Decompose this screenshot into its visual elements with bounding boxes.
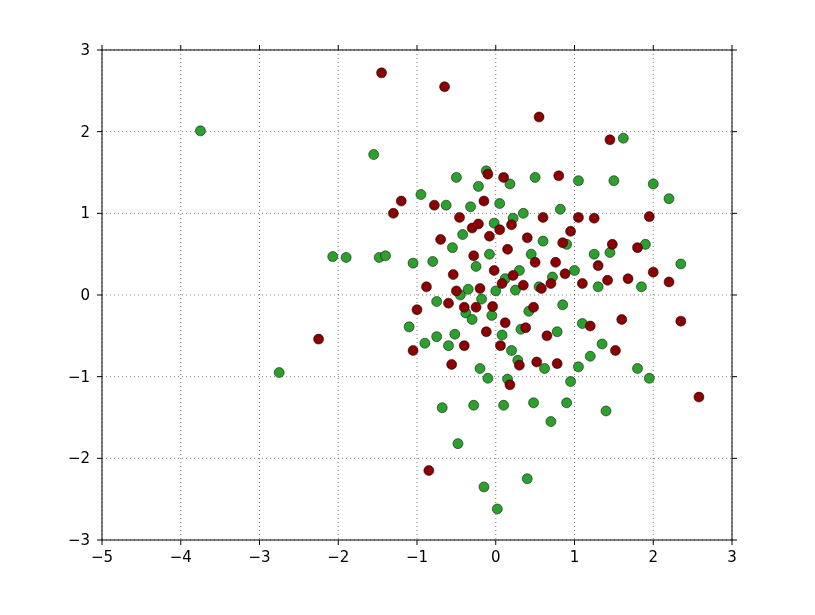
- data-point: [421, 282, 431, 292]
- data-point: [455, 212, 465, 222]
- data-point: [558, 300, 568, 310]
- data-point: [429, 200, 439, 210]
- x-tick-label: −5: [91, 548, 113, 566]
- data-point: [532, 357, 542, 367]
- data-point: [530, 257, 540, 267]
- data-point: [484, 231, 494, 241]
- y-tick-label: −3: [68, 531, 90, 549]
- data-point: [441, 200, 451, 210]
- x-tick-label: 0: [491, 548, 501, 566]
- y-tick-label: −1: [68, 368, 90, 386]
- data-point: [562, 398, 572, 408]
- data-point: [479, 482, 489, 492]
- data-point: [605, 135, 615, 145]
- data-point: [469, 251, 479, 261]
- data-point: [633, 243, 643, 253]
- data-point: [610, 346, 620, 356]
- data-point: [432, 332, 442, 342]
- data-point: [424, 466, 434, 476]
- data-point: [448, 270, 458, 280]
- data-point: [577, 279, 587, 289]
- data-point: [447, 359, 457, 369]
- x-tick-label: −2: [327, 548, 349, 566]
- data-point: [546, 279, 556, 289]
- data-point: [412, 305, 422, 315]
- data-point: [453, 439, 463, 449]
- data-point: [618, 133, 628, 143]
- data-point: [636, 282, 646, 292]
- y-tick-label: 0: [80, 286, 90, 304]
- data-point: [507, 220, 517, 230]
- y-tick-label: 1: [80, 204, 90, 222]
- data-point: [676, 316, 686, 326]
- x-tick-label: −1: [406, 548, 428, 566]
- data-point: [420, 338, 430, 348]
- data-point: [437, 403, 447, 413]
- data-point: [648, 267, 658, 277]
- data-point: [573, 362, 583, 372]
- data-point: [444, 298, 454, 308]
- x-tick-label: 1: [570, 548, 580, 566]
- data-point: [487, 310, 497, 320]
- data-point: [552, 327, 562, 337]
- data-point: [484, 249, 494, 259]
- data-point: [521, 323, 531, 333]
- data-point: [609, 176, 619, 186]
- data-point: [469, 400, 479, 410]
- data-point: [195, 126, 205, 136]
- data-point: [644, 212, 654, 222]
- y-tick-label: 2: [80, 123, 90, 141]
- scatter-chart: −5−4−3−2−10123−3−2−10123: [0, 0, 815, 615]
- data-point: [558, 238, 568, 248]
- data-point: [546, 417, 556, 427]
- data-point: [495, 225, 505, 235]
- data-point: [341, 252, 351, 262]
- data-point: [492, 504, 502, 514]
- data-point: [593, 261, 603, 271]
- data-point: [428, 257, 438, 267]
- data-point: [328, 252, 338, 262]
- data-point: [467, 315, 477, 325]
- data-point: [451, 286, 461, 296]
- data-point: [552, 359, 562, 369]
- data-point: [483, 169, 493, 179]
- data-point: [500, 318, 510, 328]
- data-point: [471, 302, 481, 312]
- data-point: [518, 280, 528, 290]
- data-point: [466, 202, 476, 212]
- data-point: [508, 270, 518, 280]
- data-point: [479, 196, 489, 206]
- data-point: [566, 226, 576, 236]
- grid: [102, 50, 732, 540]
- data-point: [585, 321, 595, 331]
- data-point: [396, 196, 406, 206]
- data-point: [538, 212, 548, 222]
- data-point: [597, 339, 607, 349]
- data-point: [404, 322, 414, 332]
- data-point: [436, 234, 446, 244]
- data-point: [522, 474, 532, 484]
- data-point: [447, 243, 457, 253]
- data-point: [451, 172, 461, 182]
- data-point: [458, 230, 468, 240]
- data-point: [481, 327, 491, 337]
- data-point: [388, 208, 398, 218]
- data-point: [664, 277, 674, 287]
- data-point: [463, 284, 473, 294]
- data-point: [529, 302, 539, 312]
- data-point: [573, 176, 583, 186]
- data-point: [499, 172, 509, 182]
- data-point: [495, 341, 505, 351]
- data-point: [274, 368, 284, 378]
- data-point: [514, 360, 524, 370]
- data-point: [475, 283, 485, 293]
- data-point: [566, 377, 576, 387]
- data-point: [489, 266, 499, 276]
- data-point: [488, 301, 498, 311]
- data-point: [648, 179, 658, 189]
- data-point: [536, 283, 546, 293]
- data-point: [495, 199, 505, 209]
- data-point: [522, 233, 532, 243]
- data-point: [530, 172, 540, 182]
- data-point: [475, 364, 485, 374]
